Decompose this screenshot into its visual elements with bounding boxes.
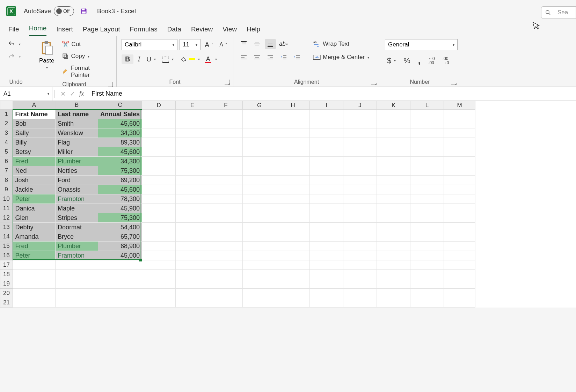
column-header[interactable]: I [310,101,343,110]
empty-cell[interactable] [56,270,98,279]
select-all-corner[interactable] [0,101,13,110]
row-header[interactable]: 10 [0,194,13,204]
column-header[interactable]: M [444,101,475,110]
empty-cell[interactable] [142,260,176,270]
undo-button[interactable]: ▾ [5,39,23,49]
empty-cell[interactable] [343,157,377,166]
empty-cell[interactable] [343,185,377,194]
data-cell[interactable]: Fred [13,157,56,166]
empty-cell[interactable] [444,251,475,260]
empty-cell[interactable] [276,176,310,185]
empty-cell[interactable] [410,166,444,176]
tab-page-layout[interactable]: Page Layout [83,25,120,36]
empty-cell[interactable] [98,289,142,298]
empty-cell[interactable] [444,128,475,138]
row-header[interactable]: 1 [0,110,13,119]
empty-cell[interactable] [176,260,209,270]
empty-cell[interactable] [243,260,276,270]
empty-cell[interactable] [209,223,243,232]
empty-cell[interactable] [343,166,377,176]
empty-cell[interactable] [343,242,377,251]
data-cell[interactable]: Frampton [56,251,98,260]
empty-cell[interactable] [176,270,209,279]
empty-cell[interactable] [444,166,475,176]
data-cell[interactable]: Maple [56,204,98,213]
empty-cell[interactable] [209,289,243,298]
save-icon[interactable] [80,8,87,15]
data-cell[interactable]: Betsy [13,147,56,157]
merge-center-button[interactable]: Merge & Center ▾ [311,52,371,62]
empty-cell[interactable] [142,185,176,194]
row-header[interactable]: 20 [0,289,13,298]
empty-cell[interactable] [209,128,243,138]
empty-cell[interactable] [343,223,377,232]
empty-cell[interactable] [243,119,276,128]
empty-cell[interactable] [276,289,310,298]
empty-cell[interactable] [343,279,377,289]
data-cell[interactable]: Onassis [56,185,98,194]
data-cell[interactable]: Peter [13,194,56,204]
empty-cell[interactable] [209,251,243,260]
empty-cell[interactable] [276,147,310,157]
empty-cell[interactable] [276,298,310,308]
column-header[interactable]: H [276,101,310,110]
row-header[interactable]: 12 [0,213,13,223]
empty-cell[interactable] [410,260,444,270]
column-header[interactable]: D [142,101,176,110]
number-format-combo[interactable]: General▾ [385,39,458,50]
empty-cell[interactable] [209,260,243,270]
dialog-launcher-icon[interactable] [225,80,229,84]
empty-cell[interactable] [377,110,410,119]
dialog-launcher-icon[interactable] [108,82,113,87]
tab-data[interactable]: Data [167,25,181,36]
comma-button[interactable]: , [416,54,423,67]
empty-cell[interactable] [276,128,310,138]
empty-cell[interactable] [243,194,276,204]
empty-cell[interactable] [444,204,475,213]
empty-cell[interactable] [176,242,209,251]
empty-cell[interactable] [142,298,176,308]
decrease-decimal-button[interactable]: .00→0 [440,54,451,67]
row-header[interactable]: 6 [0,157,13,166]
empty-cell[interactable] [444,213,475,223]
align-bottom-button[interactable] [265,39,276,49]
empty-cell[interactable] [142,251,176,260]
empty-cell[interactable] [377,157,410,166]
column-header[interactable]: K [377,101,410,110]
empty-cell[interactable] [444,157,475,166]
empty-cell[interactable] [176,223,209,232]
empty-cell[interactable] [377,289,410,298]
empty-cell[interactable] [377,166,410,176]
empty-cell[interactable] [176,110,209,119]
empty-cell[interactable] [276,138,310,147]
empty-cell[interactable] [444,194,475,204]
empty-cell[interactable] [310,147,343,157]
empty-cell[interactable] [377,147,410,157]
empty-cell[interactable] [343,204,377,213]
search-input[interactable]: Sea [541,6,576,19]
empty-cell[interactable] [98,298,142,308]
data-cell[interactable]: 65,700 [98,232,142,242]
row-header[interactable]: 16 [0,251,13,260]
empty-cell[interactable] [410,251,444,260]
dialog-launcher-icon[interactable] [451,80,456,84]
empty-cell[interactable] [209,242,243,251]
empty-cell[interactable] [377,251,410,260]
empty-cell[interactable] [377,260,410,270]
row-header[interactable]: 7 [0,166,13,176]
empty-cell[interactable] [142,166,176,176]
empty-cell[interactable] [13,270,56,279]
empty-cell[interactable] [209,194,243,204]
font-name-combo[interactable]: Calibri▾ [122,39,177,50]
column-header[interactable]: L [410,101,444,110]
formula-input[interactable]: First Name [87,87,576,101]
empty-cell[interactable] [310,279,343,289]
orientation-button[interactable]: ab▾ [278,39,289,49]
empty-cell[interactable] [310,110,343,119]
empty-cell[interactable] [176,194,209,204]
empty-cell[interactable] [142,128,176,138]
empty-cell[interactable] [444,138,475,147]
data-cell[interactable]: 45,600 [98,185,142,194]
increase-indent-button[interactable] [291,52,302,62]
empty-cell[interactable] [377,279,410,289]
